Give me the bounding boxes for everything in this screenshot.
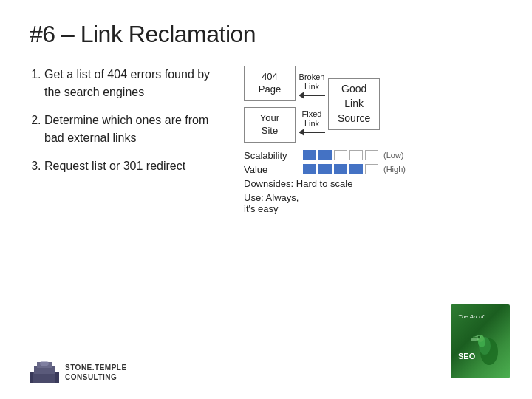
value-bar-4 (349, 164, 363, 174)
fixed-link-label: Fixed Link (302, 109, 322, 129)
arrow-line-1 (299, 92, 325, 99)
value-label: Value (244, 164, 303, 175)
fixed-link-arrow: Fixed Link (299, 107, 325, 138)
company-logo: STONE.TEMPLE CONSULTING (30, 359, 127, 386)
svg-rect-7 (31, 372, 58, 383)
svg-rect-10 (30, 372, 33, 383)
horiz-line-2 (304, 132, 325, 133)
scalability-rating: (Low) (383, 151, 404, 160)
list-item-2: Determine which ones are from bad extern… (44, 112, 229, 147)
scalability-bar-2 (318, 150, 332, 160)
seo-book-thumbnail: The Art of SEO (451, 304, 510, 378)
svg-rect-11 (55, 372, 59, 383)
content-area: Get a list of 404 errors found by the se… (30, 66, 502, 214)
broken-link-arrow: Broken Link (299, 70, 325, 101)
scalability-bars: (Low) (303, 150, 404, 160)
horiz-line-1 (304, 95, 325, 96)
arrow-area: Broken Link Fixed Link (299, 70, 325, 138)
value-bars: (High) (303, 164, 406, 174)
value-bar-5 (365, 164, 378, 174)
list-items: Get a list of 404 errors found by the se… (30, 66, 229, 175)
value-bar-3 (334, 164, 347, 174)
list-item-1: Get a list of 404 errors found by the se… (44, 66, 229, 101)
metrics-section: Scalability (Low) Value (244, 150, 502, 214)
right-column: 404 Page Your Site Broken Link (244, 66, 502, 214)
value-bar-2 (318, 164, 332, 174)
svg-point-12 (40, 361, 49, 366)
scalability-row: Scalability (Low) (244, 150, 502, 161)
value-row: Value (High) (244, 164, 502, 175)
link-diagram: 404 Page Your Site Broken Link (244, 66, 502, 143)
slide: #6 – Link Reclamation Get a list of 404 … (0, 0, 532, 399)
hummingbird-icon (468, 324, 504, 368)
downsides-text: Downsides: Hard to scale (244, 178, 502, 189)
broken-link-label: Broken Link (299, 72, 325, 92)
arrowhead-left-2 (299, 129, 304, 136)
slide-title: #6 – Link Reclamation (30, 21, 502, 48)
box-your-site: Your Site (244, 107, 296, 143)
book-title-text: The Art of (458, 313, 484, 321)
scalability-bar-1 (303, 150, 316, 160)
svg-point-6 (478, 336, 480, 338)
scalability-bar-5 (365, 150, 378, 160)
box-404: 404 Page (244, 66, 296, 101)
left-column: Get a list of 404 errors found by the se… (30, 66, 229, 214)
use-text: Use: Always, it's easy (244, 192, 502, 214)
logo-icon (30, 359, 59, 386)
logo-text: STONE.TEMPLE CONSULTING (65, 363, 127, 382)
page-boxes: 404 Page Your Site (244, 66, 296, 143)
scalability-bar-4 (349, 150, 363, 160)
value-bar-1 (303, 164, 316, 174)
arrowhead-left-1 (299, 92, 304, 99)
list-item-3: Request list or 301 redirect (44, 157, 229, 175)
scalability-bar-3 (334, 150, 347, 160)
value-rating: (High) (383, 165, 406, 174)
arrow-line-2 (299, 129, 325, 136)
good-link-source-box: Good Link Source (328, 78, 380, 130)
scalability-label: Scalability (244, 150, 303, 161)
